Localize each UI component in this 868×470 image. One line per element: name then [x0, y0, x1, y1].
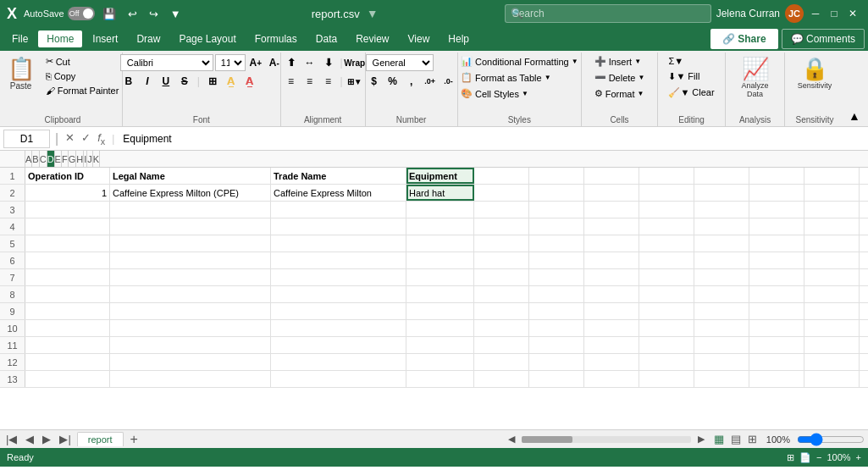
add-sheet-button[interactable]: + [127, 433, 141, 446]
cell[interactable] [694, 286, 749, 302]
cell[interactable] [271, 202, 406, 218]
col-header-e[interactable]: E [55, 151, 62, 167]
align-right-button[interactable]: ≡ [320, 73, 337, 90]
cell[interactable] [584, 168, 639, 184]
row-number[interactable]: 4 [0, 218, 25, 235]
row-number[interactable]: 13 [0, 371, 25, 387]
italic-button[interactable]: I [139, 73, 156, 90]
increase-decimal-button[interactable]: .0+ [422, 73, 439, 90]
cell[interactable] [25, 286, 110, 302]
cell[interactable]: Equipment [406, 168, 474, 184]
cell[interactable] [584, 354, 639, 370]
align-bottom-button[interactable]: ⬇ [320, 54, 337, 71]
cell[interactable] [110, 235, 271, 252]
sheet-nav-first[interactable]: |◀ [3, 432, 19, 446]
cell[interactable] [584, 269, 639, 285]
cell[interactable] [25, 252, 110, 268]
number-format-select[interactable]: General [366, 54, 434, 71]
cell[interactable] [406, 354, 474, 370]
cell[interactable] [474, 371, 529, 387]
cell[interactable] [639, 286, 694, 302]
sum-button[interactable]: Σ▼ [664, 54, 688, 68]
cut-button[interactable]: ✂ Cut [41, 54, 124, 69]
cell[interactable] [804, 168, 860, 184]
cell[interactable] [749, 286, 804, 302]
cell[interactable] [804, 218, 860, 235]
cell[interactable] [406, 252, 474, 268]
cell-reference-input[interactable] [3, 130, 50, 148]
cell[interactable] [694, 252, 749, 268]
merge-center-button[interactable]: ⊞▼ [346, 73, 363, 90]
restore-button[interactable]: □ [826, 5, 843, 22]
row-number[interactable]: 2 [0, 185, 25, 201]
cell[interactable]: Caffeine Express Milton [271, 185, 406, 201]
cell[interactable] [804, 371, 860, 387]
paste-button[interactable]: 📋 Paste [3, 54, 40, 94]
col-header-b[interactable]: B [32, 151, 39, 167]
row-number[interactable]: 3 [0, 202, 25, 218]
cell[interactable] [474, 286, 529, 302]
cell[interactable] [529, 218, 584, 235]
cell[interactable] [474, 202, 529, 218]
sheet-nav-last[interactable]: ▶| [57, 432, 73, 446]
cell[interactable] [804, 337, 860, 353]
menu-help[interactable]: Help [440, 30, 478, 47]
zoom-slider[interactable] [797, 436, 865, 443]
cell[interactable] [271, 320, 406, 336]
cell[interactable] [406, 269, 474, 285]
increase-font-button[interactable]: A+ [247, 54, 264, 71]
cell[interactable] [110, 252, 271, 268]
conditional-formatting-button[interactable]: 📊 Conditional Formatting ▼ [456, 54, 583, 69]
cell[interactable] [474, 218, 529, 235]
row-number[interactable]: 11 [0, 337, 25, 353]
cell[interactable] [584, 286, 639, 302]
comma-button[interactable]: , [403, 73, 420, 90]
collapse-ribbon-button[interactable]: ▲ [846, 108, 863, 124]
menu-review[interactable]: Review [347, 30, 397, 47]
cell[interactable] [25, 371, 110, 387]
cell[interactable] [529, 202, 584, 218]
cell[interactable] [474, 269, 529, 285]
cell[interactable] [639, 303, 694, 319]
font-name-select[interactable]: Calibri [120, 54, 213, 71]
cell[interactable] [584, 320, 639, 336]
cell[interactable] [584, 337, 639, 353]
cell[interactable] [639, 354, 694, 370]
col-header-h[interactable]: H [76, 151, 84, 167]
row-number[interactable]: 10 [0, 320, 25, 336]
horizontal-scrollbar[interactable] [522, 436, 691, 443]
cell[interactable] [406, 337, 474, 353]
user-avatar[interactable]: JC [785, 4, 804, 23]
cell[interactable] [110, 286, 271, 302]
col-header-g[interactable]: G [69, 151, 77, 167]
col-header-f[interactable]: F [62, 151, 69, 167]
cell[interactable] [474, 303, 529, 319]
menu-home[interactable]: Home [38, 30, 82, 47]
cell[interactable] [584, 202, 639, 218]
currency-button[interactable]: $ [366, 73, 383, 90]
formula-insert-function-icon[interactable]: fx [96, 130, 107, 148]
cell[interactable] [474, 235, 529, 252]
cell[interactable] [584, 303, 639, 319]
cell[interactable] [639, 252, 694, 268]
cell[interactable] [474, 337, 529, 353]
cell[interactable] [529, 337, 584, 353]
cell[interactable] [271, 371, 406, 387]
cell[interactable] [639, 371, 694, 387]
format-button[interactable]: ⚙ Format ▼ [590, 86, 649, 101]
cell[interactable] [406, 218, 474, 235]
col-header-a[interactable]: A [25, 151, 32, 167]
cell[interactable] [110, 218, 271, 235]
row-number[interactable]: 8 [0, 286, 25, 302]
cell[interactable] [584, 252, 639, 268]
cell[interactable] [694, 354, 749, 370]
strikethrough-button[interactable]: S [176, 73, 193, 90]
insert-button[interactable]: ➕ Insert ▼ [590, 54, 645, 69]
cell-styles-button[interactable]: 🎨 Cell Styles ▼ [456, 86, 533, 101]
cell[interactable] [694, 218, 749, 235]
cell[interactable] [271, 252, 406, 268]
cell[interactable] [529, 252, 584, 268]
percent-button[interactable]: % [384, 73, 401, 90]
cell[interactable] [271, 286, 406, 302]
cell[interactable] [749, 168, 804, 184]
